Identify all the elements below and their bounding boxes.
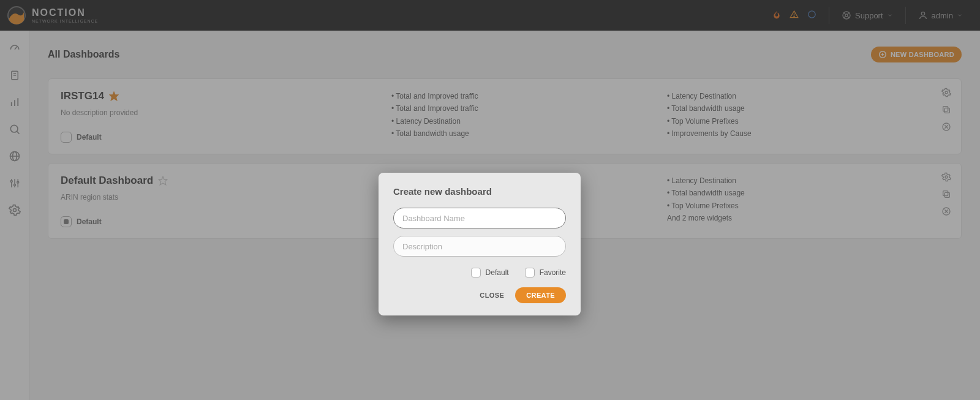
modal-title: Create new dashboard (393, 186, 566, 197)
favorite-checkbox-option[interactable]: Favorite (525, 268, 566, 277)
checkbox-icon (471, 268, 481, 277)
dashboard-name-input[interactable] (393, 208, 566, 228)
close-button[interactable]: CLOSE (480, 292, 504, 299)
checkbox-icon (525, 268, 535, 277)
default-checkbox-option[interactable]: Default (471, 268, 509, 277)
create-dashboard-modal: Create new dashboard Default Favorite CL… (379, 173, 581, 315)
favorite-checkbox-label: Favorite (540, 268, 566, 277)
create-button[interactable]: CREATE (515, 287, 566, 303)
default-checkbox-label: Default (486, 268, 509, 277)
modal-overlay: Create new dashboard Default Favorite CL… (0, 0, 980, 400)
dashboard-description-input[interactable] (393, 236, 566, 257)
